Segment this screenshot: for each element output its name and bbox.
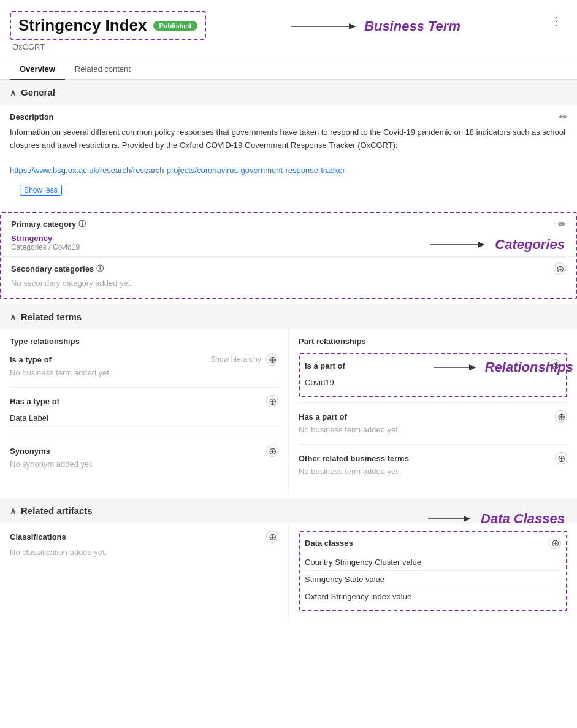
- primary-category-info-icon[interactable]: ⓘ: [78, 219, 86, 229]
- part-relationships-title: Part relationships: [299, 337, 567, 346]
- data-classes-add-button[interactable]: ⊕: [549, 537, 561, 549]
- tab-overview[interactable]: Overview: [10, 58, 65, 80]
- categories-dashed-box: Primary category ⓘ ✏ Stringency Categori…: [0, 212, 577, 299]
- related-artifacts-section: ∧ Related artifacts Data Classes Classif…: [0, 498, 577, 619]
- has-a-part-of-header: Has a part of ⊕: [299, 410, 567, 423]
- divider-6: [299, 444, 567, 445]
- divider-3: [10, 387, 278, 388]
- is-a-type-of-block: Is a type of Show hierarchy ⊕ No busines…: [10, 353, 278, 377]
- secondary-categories-info-icon[interactable]: ⓘ: [96, 264, 104, 274]
- data-classes-column: Data classes ⊕ Country Stringency Cluste…: [289, 523, 577, 619]
- classifications-column: Classifications ⊕ No classification adde…: [0, 523, 289, 619]
- related-artifacts-toggle-icon: ∧: [10, 506, 16, 516]
- published-badge: Published: [153, 21, 198, 31]
- categories-annotation-area: Categories: [430, 237, 565, 253]
- data-classes-annotation-wrapper: Data Classes Classifications ⊕ No classi…: [0, 523, 577, 619]
- more-menu-button[interactable]: ⋮: [545, 11, 567, 31]
- tab-related-content[interactable]: Related content: [65, 58, 140, 80]
- show-hierarchy-button[interactable]: Show hierarchy: [210, 355, 261, 364]
- data-classes-header: Data classes ⊕: [305, 537, 561, 549]
- categories-area: Primary category ⓘ ✏ Stringency Categori…: [0, 212, 577, 299]
- is-a-part-of-value: Covid19: [305, 374, 561, 391]
- has-a-part-of-empty: No business term added yet.: [299, 425, 567, 434]
- secondary-categories-add-button[interactable]: ⊕: [554, 262, 566, 275]
- page-header: Stringency Index Published OxCGRT Busine…: [0, 0, 577, 58]
- arrow-svg: [291, 17, 364, 36]
- relationships-arrow-svg: [434, 362, 483, 373]
- data-classes-annotation-label: Data Classes: [481, 511, 565, 527]
- is-a-type-of-header: Is a type of Show hierarchy ⊕: [10, 353, 278, 366]
- secondary-categories-label: Secondary categories ⓘ: [11, 264, 104, 274]
- divider-1: [10, 207, 567, 207]
- categories-annotation-label: Categories: [495, 237, 565, 253]
- primary-category-edit-icon[interactable]: ✏: [558, 218, 566, 230]
- has-a-type-of-add-button[interactable]: ⊕: [266, 395, 278, 407]
- description-text: Information on several different common …: [0, 126, 577, 182]
- related-terms-toggle-icon: ∧: [10, 312, 16, 322]
- description-header: Description ✏: [0, 105, 577, 126]
- is-a-part-of-wrapper: Is a part of ⊕ Covid19: [299, 353, 567, 397]
- description-body: Information on several different common …: [10, 128, 565, 150]
- description-link[interactable]: https://www.bsg.ox.ac.uk/research/resear…: [10, 166, 345, 175]
- show-less-area: Show less: [0, 182, 577, 207]
- general-toggle-icon: ∧: [10, 88, 16, 98]
- artifacts-body: Classifications ⊕ No classification adde…: [0, 523, 577, 619]
- classifications-header: Classifications ⊕: [10, 531, 278, 543]
- other-related-empty: No business term added yet.: [299, 467, 567, 476]
- related-terms-section-header[interactable]: ∧ Related terms: [0, 304, 577, 329]
- description-edit-icon[interactable]: ✏: [559, 111, 567, 123]
- categories-arrow-svg: [430, 239, 491, 251]
- synonyms-empty: No synonym added yet.: [10, 459, 278, 469]
- divider-5: [299, 402, 567, 403]
- classifications-add-button[interactable]: ⊕: [266, 531, 278, 543]
- description-title: Description: [10, 112, 54, 121]
- has-a-part-of-label: Has a part of: [299, 412, 347, 421]
- other-related-block: Other related business terms ⊕ No busine…: [299, 452, 567, 476]
- related-terms-body: Type relationships Is a type of Show hie…: [0, 329, 577, 493]
- related-terms-section-title: Related terms: [21, 312, 82, 322]
- data-class-item-2: Oxford Stringency Index value: [305, 588, 561, 605]
- is-a-part-of-label: Is a part of: [305, 361, 345, 370]
- primary-category-label: Primary category ⓘ: [11, 219, 86, 229]
- type-relationships-column: Type relationships Is a type of Show hie…: [0, 329, 289, 493]
- primary-category-header: Primary category ⓘ ✏: [11, 218, 566, 230]
- is-a-type-of-actions: Show hierarchy ⊕: [210, 353, 278, 366]
- has-a-type-of-value: Data Label: [10, 410, 278, 427]
- is-a-type-of-add-button[interactable]: ⊕: [266, 353, 278, 366]
- general-section-title: General: [21, 87, 55, 98]
- general-section: ∧ General Description ✏ Information on s…: [0, 80, 577, 299]
- business-term-label: Business Term: [364, 18, 460, 34]
- part-relationships-column: Part relationships Is a part of ⊕ Covid1…: [289, 329, 577, 493]
- page-title: Stringency Index: [18, 16, 147, 35]
- synonyms-label: Synonyms: [10, 446, 50, 456]
- type-relationships-title: Type relationships: [10, 337, 278, 346]
- show-less-button[interactable]: Show less: [20, 185, 62, 196]
- related-artifacts-section-title: Related artifacts: [21, 505, 93, 516]
- title-badge-box: Stringency Index Published: [10, 11, 206, 40]
- relationships-annotation-label: Relationships: [485, 359, 573, 375]
- general-section-header[interactable]: ∧ General: [0, 80, 577, 105]
- other-related-header: Other related business terms ⊕: [299, 452, 567, 464]
- data-classes-title: Data classes: [305, 538, 353, 548]
- divider-4: [10, 437, 278, 437]
- has-a-part-of-add-button[interactable]: ⊕: [555, 410, 567, 423]
- title-row: Stringency Index Published: [10, 11, 206, 40]
- classifications-empty: No classification added yet.: [10, 548, 278, 557]
- data-class-item-0: Country Stringency Cluster value: [305, 554, 561, 571]
- business-term-annotation: Business Term: [206, 11, 545, 36]
- synonyms-add-button[interactable]: ⊕: [266, 445, 278, 457]
- has-a-type-of-header: Has a type of ⊕: [10, 395, 278, 407]
- relationships-annotation-area: Relationships: [434, 359, 573, 375]
- has-a-part-of-block: Has a part of ⊕ No business term added y…: [299, 410, 567, 434]
- secondary-categories-row: Secondary categories ⓘ ⊕ No secondary ca…: [1, 258, 576, 293]
- data-class-item-1: Stringency State value: [305, 571, 561, 588]
- tab-bar: Overview Related content: [0, 58, 577, 80]
- synonyms-block: Synonyms ⊕ No synonym added yet.: [10, 445, 278, 469]
- other-related-add-button[interactable]: ⊕: [555, 452, 567, 464]
- secondary-categories-empty: No secondary category added yet.: [11, 278, 566, 288]
- header-left: Stringency Index Published OxCGRT: [10, 11, 206, 52]
- synonyms-header: Synonyms ⊕: [10, 445, 278, 457]
- secondary-categories-header: Secondary categories ⓘ ⊕: [11, 262, 566, 275]
- other-related-label: Other related business terms: [299, 454, 409, 463]
- is-a-type-of-label: Is a type of: [10, 355, 52, 364]
